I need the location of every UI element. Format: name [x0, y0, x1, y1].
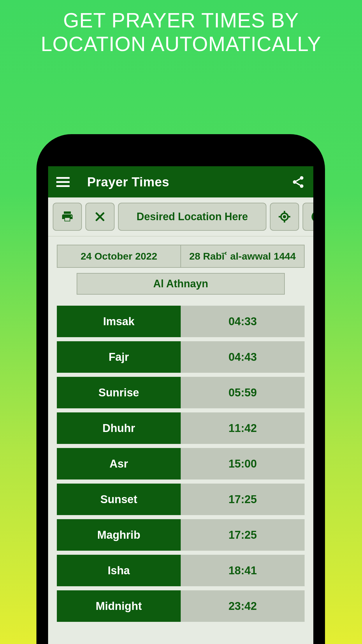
prayer-time: 04:33: [181, 306, 305, 337]
prayer-time: 15:00: [181, 448, 305, 480]
prayer-name: Sunset: [57, 484, 181, 515]
hijri-date[interactable]: 28 Rabīʿ al-awwal 1444: [180, 245, 305, 268]
prayer-time: 23:42: [181, 590, 305, 622]
prayer-time: 11:42: [181, 412, 305, 444]
share-icon[interactable]: [291, 175, 305, 189]
prayer-row[interactable]: Sunrise05:59: [57, 377, 305, 408]
location-input[interactable]: [118, 203, 266, 231]
prayer-name: Sunrise: [57, 377, 181, 408]
app-title: Prayer Times: [87, 175, 169, 189]
prayer-name: Fajr: [57, 341, 181, 373]
menu-icon[interactable]: [56, 175, 70, 189]
prayer-row[interactable]: Isha18:41: [57, 555, 305, 586]
prayer-name: Maghrib: [57, 519, 181, 551]
prayer-row[interactable]: Imsak04:33: [57, 306, 305, 337]
prayer-row[interactable]: Maghrib17:25: [57, 519, 305, 551]
svg-point-2: [300, 184, 303, 188]
prayer-time: 18:41: [181, 555, 305, 586]
prayer-row[interactable]: Dhuhr11:42: [57, 412, 305, 444]
prayer-row[interactable]: Sunset17:25: [57, 484, 305, 515]
prayer-time: 17:25: [181, 519, 305, 551]
toolbar: [48, 197, 313, 237]
refresh-button[interactable]: [303, 203, 313, 231]
svg-point-0: [300, 176, 303, 180]
prayer-time: 17:25: [181, 484, 305, 515]
prayer-time: 05:59: [181, 377, 305, 408]
prayer-name: Asr: [57, 448, 181, 480]
prayer-name: Midnight: [57, 590, 181, 622]
svg-point-4: [284, 216, 285, 218]
prayer-name: Imsak: [57, 306, 181, 337]
phone-screen: Prayer Times 24 October 2022 28 R: [48, 166, 313, 644]
prayer-row[interactable]: Asr15:00: [57, 448, 305, 480]
prayer-name: Dhuhr: [57, 412, 181, 444]
promo-headline: GET PRAYER TIMES BY LOCATION AUTOMATICAL…: [0, 0, 362, 56]
gregorian-date[interactable]: 24 October 2022: [57, 245, 180, 268]
prayer-time: 04:43: [181, 341, 305, 373]
prayer-row[interactable]: Fajr04:43: [57, 341, 305, 373]
main-content: 24 October 2022 28 Rabīʿ al-awwal 1444 A…: [48, 237, 313, 622]
weekday-label: Al Athnayn: [77, 273, 285, 295]
phone-frame: Prayer Times 24 October 2022 28 R: [36, 134, 325, 644]
prayer-times-list: Imsak04:33Fajr04:43Sunrise05:59Dhuhr11:4…: [57, 306, 305, 622]
clear-button[interactable]: [85, 203, 115, 231]
date-row: 24 October 2022 28 Rabīʿ al-awwal 1444: [57, 245, 305, 268]
print-button[interactable]: [53, 203, 82, 231]
locate-button[interactable]: [270, 203, 299, 231]
prayer-name: Isha: [57, 555, 181, 586]
svg-point-1: [293, 180, 296, 184]
app-bar: Prayer Times: [48, 166, 313, 197]
prayer-row[interactable]: Midnight23:42: [57, 590, 305, 622]
